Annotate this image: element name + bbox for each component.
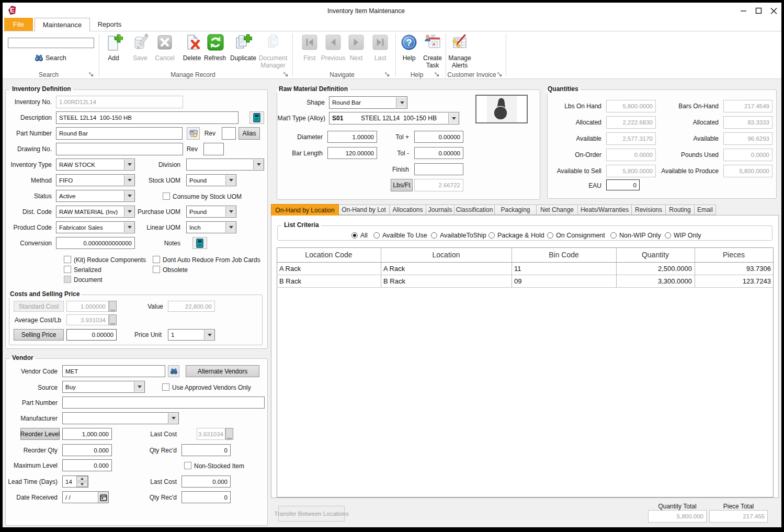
- svg-text:?: ?: [406, 38, 412, 48]
- svg-text:E: E: [10, 6, 15, 14]
